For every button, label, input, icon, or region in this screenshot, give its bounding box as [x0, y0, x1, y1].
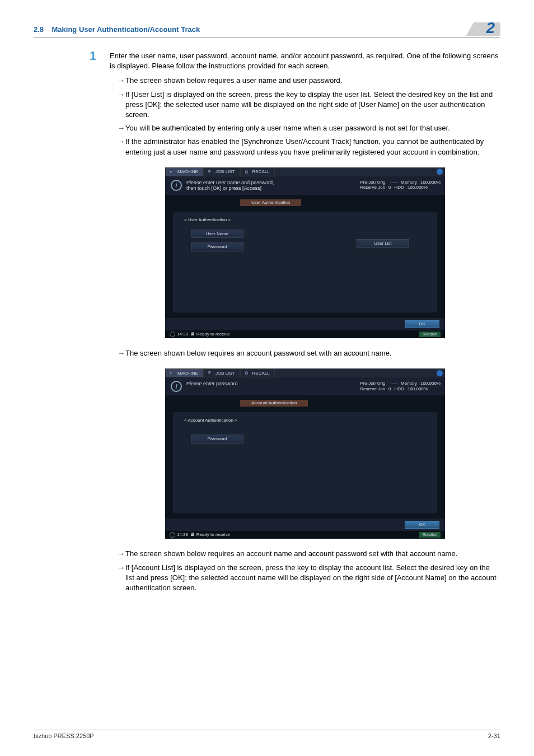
tab-machine[interactable]: ▪MACHINE: [165, 368, 203, 377]
bullet-item: →The screen shown below requires a user …: [118, 76, 500, 86]
bullet-item: →The screen shown below requires an acco…: [118, 348, 500, 358]
bullet-item: →If the administrator has enabled the [S…: [118, 137, 500, 157]
page-footer: bizhub PRESS 2250P 2-31: [34, 730, 500, 739]
ok-button[interactable]: OK: [405, 320, 439, 328]
tab-recall[interactable]: ⎙RECALL: [240, 368, 275, 377]
section-heading: 2.8 Making User Authentication/Account T…: [34, 25, 466, 34]
list-icon: ≡: [208, 370, 214, 376]
footer-page: 2-31: [488, 732, 500, 739]
recall-icon: ⎙: [245, 370, 251, 376]
status-panel: Pre-Job Orig.-----Memory100.000% Reserve…: [360, 180, 441, 190]
bullet-item: →If [User List] is displayed on the scre…: [118, 90, 500, 120]
tab-joblist[interactable]: ≡JOB LIST: [203, 368, 240, 377]
section-label: < User Authentication >: [184, 217, 426, 223]
arrow-icon: →: [118, 76, 125, 86]
ok-button[interactable]: OK: [405, 521, 439, 529]
info-message: Please enter user name and password, the…: [186, 180, 274, 192]
clock-icon: [170, 532, 175, 538]
section-number: 2.8: [34, 25, 44, 34]
clock-icon: [170, 332, 175, 337]
rotation-button[interactable]: Rotation: [419, 532, 441, 538]
screenshot-user-auth: ▪MACHINE ≡JOB LIST ⎙RECALL i Please ente…: [165, 167, 445, 339]
bullet-item: →The screen shown below requires an acco…: [118, 549, 500, 559]
machine-icon: ▪: [170, 370, 176, 376]
password-button[interactable]: Password: [191, 242, 243, 251]
info-message: Please enter password: [186, 381, 238, 392]
tab-joblist[interactable]: ≡JOB LIST: [203, 167, 240, 176]
tab-user-auth[interactable]: User Authentication: [240, 199, 301, 206]
arrow-icon: →: [118, 137, 125, 147]
step-text: Enter the user name, user password, acco…: [110, 51, 500, 71]
machine-icon: ▪: [170, 169, 176, 175]
recall-icon: ⎙: [245, 169, 251, 175]
arrow-icon: →: [118, 90, 125, 100]
list-icon: ≡: [208, 169, 214, 175]
tab-machine[interactable]: ▪MACHINE: [165, 167, 203, 176]
info-icon: i: [171, 180, 182, 191]
help-icon[interactable]: [437, 169, 443, 175]
tab-account-auth[interactable]: Account Authentication: [240, 400, 308, 407]
bullet-item: →You will be authenticated by entering o…: [118, 123, 500, 133]
section-title: Making User Authentication/Account Track: [52, 25, 200, 34]
arrow-icon: →: [118, 123, 125, 133]
chapter-number: 2: [466, 22, 500, 36]
status-text: Ready to receive: [196, 332, 230, 337]
footer-model: bizhub PRESS 2250P: [34, 732, 488, 739]
screenshot-account-auth: ▪MACHINE ≡JOB LIST ⎙RECALL i Please ente…: [165, 368, 445, 539]
step: 1 Enter the user name, user password, ac…: [90, 51, 500, 71]
section-label: < Account Authentication >: [184, 418, 426, 423]
tab-recall[interactable]: ⎙RECALL: [240, 167, 275, 176]
password-button[interactable]: Password: [191, 435, 243, 444]
user-list-button[interactable]: User List: [357, 239, 409, 248]
rotation-button[interactable]: Rotation: [419, 332, 441, 337]
page-header: 2.8 Making User Authentication/Account T…: [34, 22, 500, 38]
arrow-icon: →: [118, 348, 125, 358]
info-icon: i: [171, 381, 182, 392]
arrow-icon: →: [118, 563, 125, 573]
time-label: 14:38: [177, 532, 188, 538]
printer-icon: 🖶: [190, 332, 195, 337]
user-name-button[interactable]: User Name: [191, 230, 243, 239]
arrow-icon: →: [118, 549, 125, 559]
bullet-item: →If [Account List] is displayed on the s…: [118, 563, 500, 594]
help-icon[interactable]: [437, 370, 443, 376]
status-panel: Pre-Job Orig.-----Memory100.000% Reserve…: [360, 381, 441, 391]
time-label: 14:38: [177, 332, 188, 337]
step-number: 1: [90, 49, 110, 71]
printer-icon: 🖶: [190, 532, 195, 538]
status-text: Ready to receive: [196, 532, 230, 538]
